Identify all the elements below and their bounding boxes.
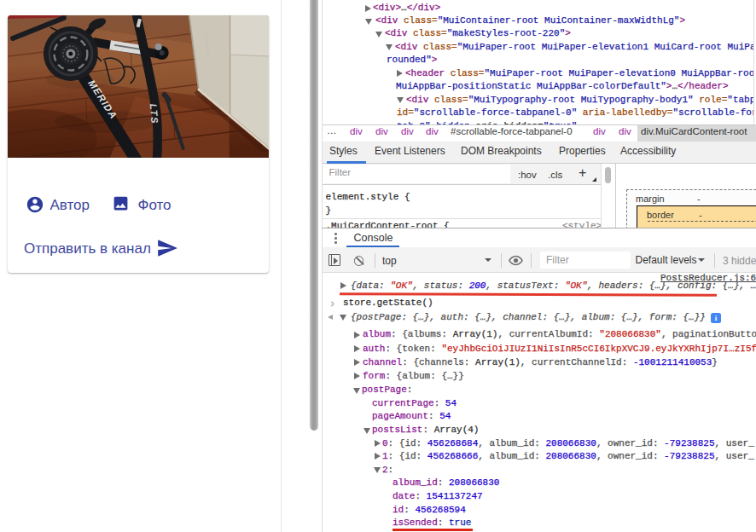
svg-text:LTS: LTS bbox=[148, 103, 160, 124]
